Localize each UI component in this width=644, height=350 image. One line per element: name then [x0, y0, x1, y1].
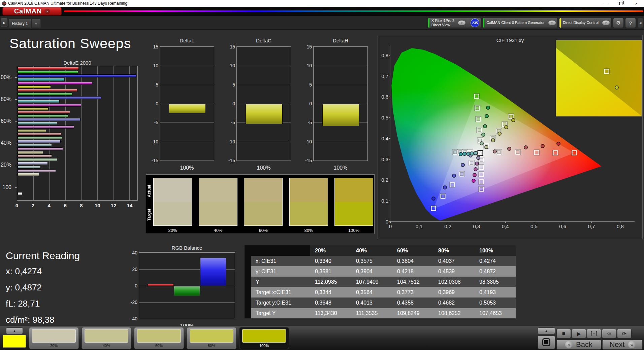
cie-measured-marker-red	[507, 147, 511, 151]
source-name: CalMAN Client 3 Pattern Generator	[484, 21, 546, 25]
pattern-button-100%[interactable]: 100%	[239, 327, 289, 349]
gridline	[237, 85, 291, 85]
cie-measured-marker-cyan	[470, 151, 474, 155]
target-row-label: Target	[147, 203, 152, 226]
frame-range-button[interactable]: [··]	[587, 329, 601, 338]
pattern-button-60%[interactable]: 60%	[134, 327, 184, 349]
settings-button[interactable]: ⚙	[613, 18, 624, 28]
cell-value: 0,5053	[475, 298, 516, 308]
x-tick-label: 0	[15, 203, 18, 208]
restore-button[interactable]	[613, 0, 629, 7]
cell-value: 112,0985	[310, 277, 351, 287]
swatch-percent-label: 80%	[289, 228, 328, 233]
stop-button[interactable]: ■	[556, 329, 571, 338]
source-dropdown[interactable]: CalMAN Client 3 Pattern Generator ▼	[483, 18, 557, 28]
help-button[interactable]: ?	[625, 18, 636, 28]
cie-measured-marker-green	[480, 141, 484, 145]
bar	[18, 96, 101, 99]
table-row: Target y:CIE310,36480,40130,43580,46820,…	[251, 298, 516, 308]
bar	[18, 107, 49, 110]
close-button[interactable]: ×	[629, 0, 644, 7]
back-button[interactable]: « Back	[556, 340, 601, 350]
x-tick-label: 8	[80, 203, 83, 208]
swatch-100%	[334, 178, 373, 226]
cie-target-marker-cyan	[452, 149, 457, 154]
pattern-button-20%[interactable]: 20%	[29, 327, 79, 349]
expand-pattern-tray-button[interactable]: ▲	[6, 327, 23, 334]
minimize-button[interactable]: —	[598, 0, 613, 7]
cie-measured-marker-cyan	[459, 152, 463, 156]
cie-x-tick-label: 0,2	[444, 223, 451, 229]
bar-group	[18, 111, 137, 133]
cie-x-tick	[419, 221, 419, 223]
pattern-window-button[interactable]	[538, 336, 555, 349]
table-header: 20%	[310, 245, 351, 256]
y-tick-label: 40	[132, 250, 137, 255]
deltal-plot: 151050-5-10-15	[160, 46, 214, 161]
cie-measured-marker-blue	[452, 174, 456, 178]
cie-y-tick-label: 0,7	[381, 73, 388, 79]
bar-group	[18, 89, 137, 111]
gridline	[314, 85, 367, 85]
tab-history-1[interactable]: History 1	[9, 19, 31, 28]
cie-y-tick	[389, 97, 390, 97]
logo-text: CalMAN	[14, 7, 42, 15]
row-label: Target y:CIE31	[251, 298, 310, 308]
cell-value: 107,4653	[475, 308, 516, 318]
bar	[18, 78, 65, 81]
y-tick-label: 0	[309, 101, 312, 106]
bar	[18, 129, 46, 132]
bar	[18, 122, 57, 125]
expand-workflow-button[interactable]: ▶	[1, 18, 7, 27]
calman-logo-menu[interactable]: CalMAN ▼	[2, 7, 62, 15]
chevron-down-icon: ▼	[44, 9, 50, 14]
bar	[18, 114, 68, 117]
x-tick-label: 10	[95, 203, 100, 208]
y-tick-label: -5	[154, 120, 158, 125]
cie-target-marker-green	[477, 128, 482, 133]
y-tick	[15, 77, 17, 78]
bar	[18, 147, 63, 150]
bar	[18, 158, 57, 161]
cie-target-marker-red	[534, 150, 539, 155]
cie-measured-marker-green	[486, 106, 490, 110]
cie-measured-marker-yellow	[504, 125, 508, 129]
y-tick-label: 0	[232, 101, 235, 106]
pattern-label: 80%	[187, 344, 236, 348]
cie-measured-marker-cyan	[462, 152, 466, 156]
arrow-up-icon: ▲	[545, 329, 548, 332]
bar	[18, 166, 41, 169]
cie-measured-marker-red	[556, 142, 560, 146]
cie-measured-marker-green	[481, 133, 485, 137]
pattern-swatch	[85, 329, 128, 343]
x-tick-label: 4	[48, 203, 51, 208]
pattern-button-80%[interactable]: 80%	[187, 327, 236, 349]
deltae2000-title: DeltaE 2000	[17, 60, 138, 66]
y-tick-label: 10	[307, 63, 312, 68]
meter-dropdown[interactable]: X-Rite i1Pro 2 Direct View ▼ 235	[428, 18, 481, 28]
bar-group	[18, 67, 137, 89]
table-header: 80%	[433, 245, 475, 256]
play-button[interactable]: ▶	[572, 329, 586, 338]
chevron-down-icon: ▼	[548, 21, 556, 25]
cell-value: 111,3535	[351, 308, 392, 318]
cie-target-marker-green	[474, 94, 479, 99]
pattern-label: 100%	[239, 344, 289, 348]
x-category-label: 100%	[160, 165, 214, 171]
y-tick-label: -5	[231, 120, 235, 125]
pattern-button-40%[interactable]: 40%	[82, 327, 131, 349]
next-button[interactable]: Next »	[602, 340, 643, 350]
cie-y-tick	[389, 76, 390, 76]
collapse-panel-button[interactable]: ◀	[637, 18, 643, 28]
add-tab-button[interactable]: +	[32, 19, 40, 28]
stop-icon: ■	[562, 330, 566, 337]
display-control-dropdown[interactable]: Direct Display Control ▼	[559, 18, 612, 28]
cie-x-tick	[448, 221, 448, 223]
cell-value: 109,8249	[392, 308, 433, 318]
expand-transport-tray-button[interactable]: ▲	[538, 327, 555, 334]
cie-x-tick	[534, 221, 534, 223]
repeat-button[interactable]: ⟳	[617, 329, 632, 338]
continuous-button[interactable]: ∞	[602, 329, 616, 338]
main-content: Saturation Sweeps DeltaE 2000 100%80%60%…	[0, 30, 644, 326]
next-arrow-icon: »	[628, 341, 636, 348]
